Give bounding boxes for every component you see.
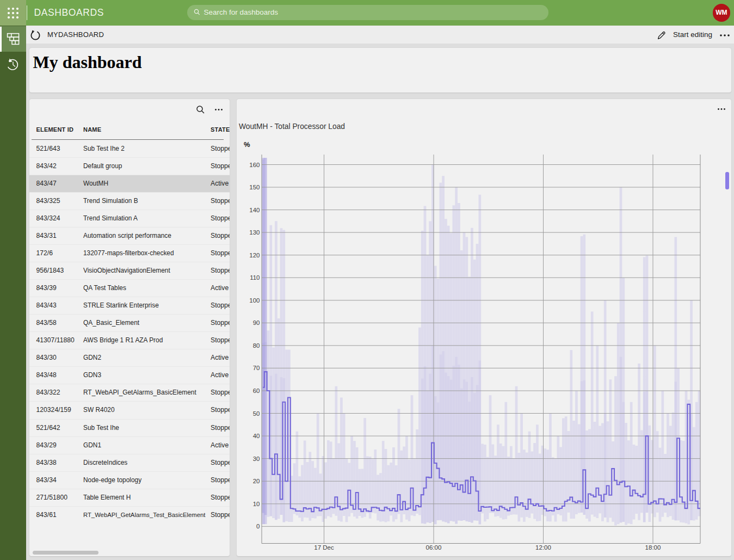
svg-text:70: 70 bbox=[253, 365, 260, 371]
svg-text:40: 40 bbox=[253, 433, 260, 439]
svg-text:10: 10 bbox=[253, 501, 260, 507]
svg-text:20: 20 bbox=[253, 478, 260, 484]
svg-text:150: 150 bbox=[249, 184, 260, 190]
svg-text:17 Dec: 17 Dec bbox=[314, 544, 334, 551]
svg-text:110: 110 bbox=[250, 274, 260, 281]
svg-text:18:00: 18:00 bbox=[645, 544, 661, 551]
svg-text:06:00: 06:00 bbox=[426, 544, 442, 551]
svg-text:140: 140 bbox=[249, 207, 260, 213]
svg-text:80: 80 bbox=[253, 342, 260, 349]
svg-text:50: 50 bbox=[253, 410, 260, 417]
svg-text:160: 160 bbox=[249, 162, 260, 168]
svg-text:30: 30 bbox=[253, 456, 260, 462]
svg-text:100: 100 bbox=[249, 297, 260, 304]
svg-text:130: 130 bbox=[249, 229, 260, 236]
svg-text:90: 90 bbox=[253, 319, 260, 326]
svg-text:12:00: 12:00 bbox=[535, 544, 551, 551]
svg-text:120: 120 bbox=[249, 252, 260, 259]
svg-text:0: 0 bbox=[256, 523, 260, 530]
svg-text:60: 60 bbox=[253, 387, 260, 394]
